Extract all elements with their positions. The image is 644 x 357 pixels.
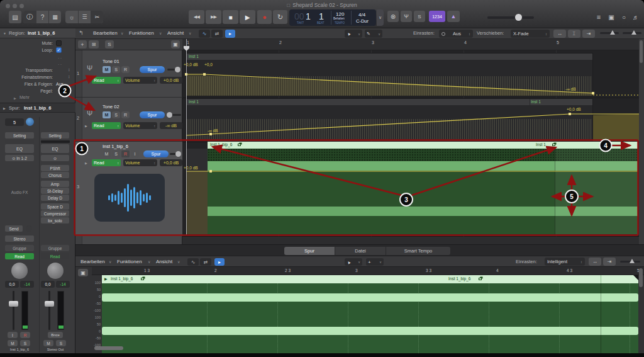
out-fader-track[interactable] — [48, 291, 50, 330]
play-icon[interactable]: ▶ — [104, 276, 108, 281]
more-disclosure-icon[interactable]: ▶ — [14, 96, 16, 100]
automation-value-box[interactable]: +0,0 dB — [160, 159, 182, 166]
automation-value-box[interactable]: +0,0 dB — [160, 77, 182, 84]
vertical-auto-zoom-button[interactable]: ⌶ — [568, 30, 580, 38]
fit-zoom-button[interactable]: ⇥ — [582, 30, 595, 38]
forward-button[interactable]: ▶▶ — [206, 10, 221, 24]
waveform-zoom-button[interactable]: ↔ — [553, 30, 566, 38]
automation-mode-button[interactable]: Read — [5, 253, 34, 259]
slider-knob[interactable] — [175, 67, 180, 72]
tab-datei[interactable]: Datei — [335, 247, 386, 255]
bounce-button[interactable]: Bnce — [48, 332, 63, 338]
apple-loops-button[interactable]: ♬ — [630, 12, 641, 22]
track-name[interactable]: Tone 01 — [103, 59, 119, 64]
mute-button[interactable]: M — [103, 66, 111, 73]
plugin-slot[interactable]: PShft — [41, 165, 69, 171]
catch-playhead-button[interactable]: ▸ — [225, 30, 235, 38]
out-solo-button[interactable]: S — [56, 340, 66, 346]
solo-button[interactable]: S — [112, 111, 120, 118]
list-editors-button[interactable]: ≡ — [593, 12, 604, 22]
zoom-handle[interactable] — [630, 259, 635, 263]
play-button[interactable]: ▶ — [240, 10, 255, 24]
mute-button[interactable]: M — [103, 111, 111, 118]
out-volume-value-box[interactable]: 0,0 — [41, 281, 55, 288]
automation-overlay[interactable] — [182, 50, 639, 237]
tab-smart-tempo[interactable]: Smart Tempo — [386, 247, 450, 255]
track-volume-slider[interactable] — [167, 114, 181, 116]
editor-menu-funktionen[interactable]: Funktionen — [117, 259, 142, 264]
volume-value-box[interactable]: 0,0 — [5, 281, 19, 288]
strip-solo-button[interactable]: S — [20, 340, 30, 346]
vertical-zoom-slider[interactable] — [600, 32, 619, 34]
plugin-slot[interactable]: bx_solo — [41, 217, 69, 224]
out-fader-cap[interactable] — [45, 301, 54, 307]
cycle-button[interactable]: ↻ — [273, 10, 287, 24]
editor-catch-button[interactable]: ▸ — [214, 258, 225, 266]
record-button[interactable]: ● — [257, 10, 272, 24]
record-enable-button[interactable]: R — [121, 66, 130, 73]
slider-knob[interactable] — [167, 112, 172, 118]
out-automation-mode-button[interactable]: Read — [41, 253, 69, 259]
automation-mode-dropdown[interactable]: Read↕ — [92, 122, 121, 129]
lcd-chevron[interactable]: ∨ — [377, 9, 384, 26]
setting-button[interactable]: Setting — [5, 132, 34, 139]
editor-snap-dropdown[interactable]: Intelligent ↕ — [545, 258, 585, 266]
editor-fit-button[interactable]: ⇥ — [603, 258, 616, 266]
out-setting-button[interactable]: Setting — [41, 132, 69, 139]
record-enable-button[interactable]: R — [121, 150, 130, 157]
automation-button[interactable]: ∿ — [199, 30, 210, 38]
automation-value-box[interactable]: -∞ dB — [160, 122, 182, 129]
inspector-button[interactable]: ⓘ — [23, 11, 36, 23]
mixer-button[interactable]: ☰ — [78, 11, 91, 23]
strip-mute-button[interactable]: M — [8, 340, 18, 346]
scroll-thumb[interactable] — [640, 40, 643, 63]
input-button[interactable]: ⊙In 1-2 — [5, 155, 34, 161]
track-name[interactable]: Tone 02 — [103, 104, 119, 110]
track-volume-slider[interactable] — [170, 153, 181, 155]
back-icon[interactable]: ↰ — [79, 30, 84, 36]
editor-menu-bearbeiten[interactable]: Bearbeiten — [80, 259, 105, 264]
menu-funktionen[interactable]: Funktionen — [129, 30, 154, 36]
library-button[interactable]: ▤ — [9, 11, 21, 23]
duplicate-track-button[interactable]: ⊞ — [89, 40, 99, 48]
mute-button[interactable]: M — [103, 150, 111, 157]
count-in-button[interactable]: 1234 — [429, 11, 445, 22]
send-button[interactable]: Send — [5, 225, 23, 232]
zoom-handle[interactable] — [631, 30, 636, 35]
record-enable-button[interactable]: R — [20, 332, 30, 338]
pointer-tool-button[interactable]: ▲ ∨ — [345, 30, 362, 38]
editor-waveform[interactable] — [102, 283, 638, 353]
mute-checkbox[interactable] — [56, 40, 62, 46]
track-on-button[interactable]: Spur — [140, 66, 165, 73]
bar-ruler[interactable]: 1 2 3 4 5 — [182, 39, 639, 50]
quick-help-button[interactable]: ? — [36, 11, 48, 23]
master-volume-slider[interactable] — [487, 16, 534, 19]
editor-zoom-slider[interactable] — [620, 261, 640, 263]
editor-view-button[interactable]: ▣ — [78, 269, 88, 276]
pan-knob[interactable] — [26, 118, 34, 126]
track-inspector-disclosure-icon[interactable]: ▶ — [3, 106, 6, 110]
flex-value[interactable]: Aus — [56, 82, 64, 86]
eq-button[interactable]: EQ — [5, 144, 34, 153]
lcd-display[interactable]: 00 1 1 TAKT BEAT 120 Behalten TEMPO 4/4 … — [289, 9, 376, 26]
editor-scrollbar[interactable] — [639, 268, 643, 287]
rewind-button[interactable]: ◀◀ — [189, 10, 204, 24]
pan-dial[interactable] — [11, 263, 28, 279]
transposition-stepper[interactable]: ↕ — [68, 67, 70, 72]
solo-button[interactable]: S — [112, 150, 120, 157]
editors-button[interactable]: ✂ — [91, 11, 103, 23]
automation-param-dropdown[interactable]: Volume↕ — [123, 159, 157, 166]
plugin-slot[interactable]: Amp — [41, 181, 69, 187]
drag-dropdown[interactable]: X-Fade ↕ — [511, 30, 550, 38]
quantize-row-2[interactable]: . . — [0, 61, 62, 65]
out-mute-button[interactable]: M — [43, 340, 53, 346]
out-pan-dial[interactable] — [47, 263, 64, 279]
replace-mode-button[interactable]: ⊗ — [387, 11, 399, 22]
audio-fx-area[interactable]: Audio FX — [5, 164, 34, 220]
track-header-config-button[interactable]: ▣ — [171, 40, 180, 48]
track-name[interactable]: Inst 1_bip_6 — [103, 144, 128, 149]
master-volume-knob[interactable] — [515, 14, 522, 21]
more-label[interactable]: Mehr — [19, 95, 30, 99]
horizontal-zoom-slider[interactable] — [623, 32, 641, 34]
browser-button[interactable]: ○ — [618, 12, 630, 22]
